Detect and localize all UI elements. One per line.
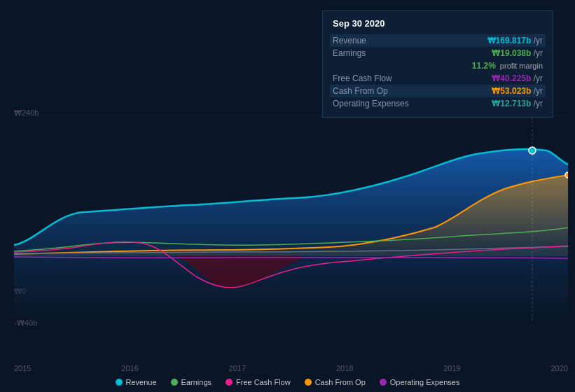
x-label-2016: 2016 — [121, 364, 138, 372]
x-label-2015: 2015 — [14, 364, 31, 372]
legend-label-fcf: Free Cash Flow — [236, 378, 291, 386]
x-label-2018: 2018 — [336, 364, 353, 372]
tooltip-row-earnings: Earnings ₩19.038b /yr — [333, 47, 543, 59]
tooltip-row-fcf: Free Cash Flow ₩40.225b /yr — [333, 72, 543, 85]
chart-legend: Revenue Earnings Free Cash Flow Cash Fro… — [0, 378, 575, 386]
x-labels: 2015 2016 2017 2018 2019 2020 — [14, 364, 568, 372]
legend-dot-revenue — [116, 379, 123, 386]
legend-opex[interactable]: Operating Expenses — [380, 378, 460, 386]
legend-dot-opex — [380, 379, 387, 386]
tooltip-row-margin: 11.2%profit margin — [333, 59, 543, 72]
svg-point-5 — [565, 172, 568, 178]
data-tooltip: Sep 30 2020 Revenue ₩169.817b /yr Earnin… — [322, 10, 553, 118]
legend-dot-earnings — [171, 379, 178, 386]
x-label-2017: 2017 — [229, 364, 246, 372]
legend-revenue[interactable]: Revenue — [116, 378, 157, 386]
x-label-2019: 2019 — [443, 364, 460, 372]
legend-dot-cashop — [305, 379, 312, 386]
svg-point-4 — [529, 147, 536, 154]
chart-svg — [14, 108, 568, 322]
tooltip-title: Sep 30 2020 — [333, 18, 543, 29]
legend-label-cashop: Cash From Op — [315, 378, 366, 386]
legend-cashop[interactable]: Cash From Op — [305, 378, 366, 386]
tooltip-row-cashop: Cash From Op ₩53.023b /yr — [330, 85, 546, 97]
legend-label-opex: Operating Expenses — [390, 378, 460, 386]
x-label-2020: 2020 — [550, 364, 567, 372]
legend-label-earnings: Earnings — [181, 378, 212, 386]
legend-dot-fcf — [226, 379, 233, 386]
legend-label-revenue: Revenue — [126, 378, 157, 386]
tooltip-row-opex: Operating Expenses ₩12.713b /yr — [333, 97, 543, 110]
legend-earnings[interactable]: Earnings — [171, 378, 212, 386]
tooltip-row-revenue: Revenue ₩169.817b /yr — [330, 34, 546, 47]
legend-fcf[interactable]: Free Cash Flow — [226, 378, 291, 386]
